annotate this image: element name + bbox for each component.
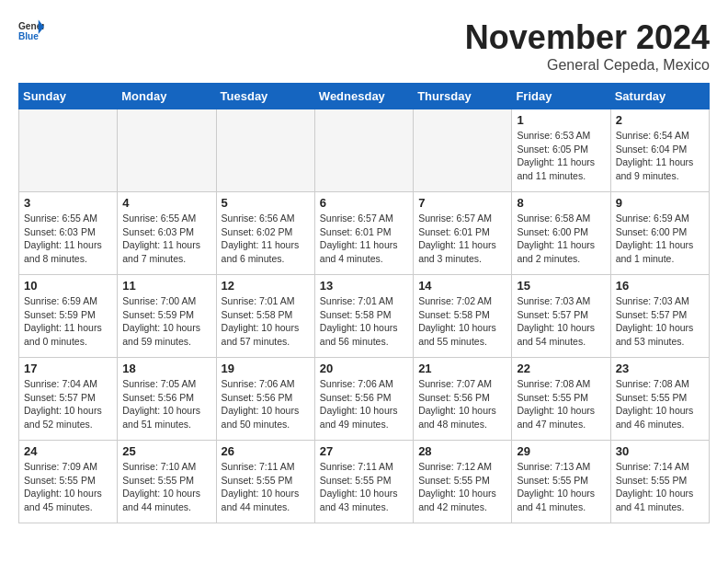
calendar-cell: 25Sunrise: 7:10 AM Sunset: 5:55 PM Dayli… (118, 441, 216, 523)
calendar-cell: 22Sunrise: 7:08 AM Sunset: 5:55 PM Dayli… (512, 358, 610, 441)
day-number: 15 (517, 279, 605, 293)
calendar-cell: 10Sunrise: 6:59 AM Sunset: 5:59 PM Dayli… (19, 275, 118, 358)
day-number: 21 (418, 362, 506, 375)
calendar-cell: 2Sunrise: 6:54 AM Sunset: 6:04 PM Daylig… (610, 109, 709, 192)
day-number: 2 (616, 113, 704, 127)
day-info: Sunrise: 7:06 AM Sunset: 5:56 PM Dayligh… (320, 377, 408, 431)
day-number: 19 (222, 362, 310, 375)
calendar-table: SundayMondayTuesdayWednesdayThursdayFrid… (18, 83, 710, 523)
calendar-cell: 26Sunrise: 7:11 AM Sunset: 5:55 PM Dayli… (216, 441, 314, 523)
calendar-cell (118, 109, 216, 192)
calendar-cell: 21Sunrise: 7:07 AM Sunset: 5:56 PM Dayli… (414, 358, 512, 441)
day-info: Sunrise: 6:53 AM Sunset: 6:05 PM Dayligh… (517, 129, 605, 183)
day-number: 6 (320, 196, 408, 210)
calendar-cell: 29Sunrise: 7:13 AM Sunset: 5:55 PM Dayli… (512, 441, 610, 523)
calendar-cell: 20Sunrise: 7:06 AM Sunset: 5:56 PM Dayli… (314, 358, 413, 441)
day-info: Sunrise: 7:11 AM Sunset: 5:55 PM Dayligh… (222, 460, 310, 514)
calendar-cell: 6Sunrise: 6:57 AM Sunset: 6:01 PM Daylig… (314, 192, 413, 275)
day-info: Sunrise: 7:03 AM Sunset: 5:57 PM Dayligh… (517, 294, 605, 349)
day-info: Sunrise: 7:08 AM Sunset: 5:55 PM Dayligh… (517, 377, 605, 431)
day-info: Sunrise: 7:12 AM Sunset: 5:55 PM Dayligh… (418, 460, 506, 514)
calendar-cell (314, 109, 413, 192)
day-number: 8 (517, 196, 605, 210)
calendar-title: November 2024 (465, 18, 710, 57)
calendar-cell: 5Sunrise: 6:56 AM Sunset: 6:02 PM Daylig… (216, 192, 314, 275)
calendar-cell: 23Sunrise: 7:08 AM Sunset: 5:55 PM Dayli… (610, 358, 709, 441)
day-number: 12 (222, 279, 310, 293)
day-info: Sunrise: 6:59 AM Sunset: 6:00 PM Dayligh… (616, 212, 704, 266)
logo-icon: General Blue (18, 18, 44, 44)
calendar-cell: 11Sunrise: 7:00 AM Sunset: 5:59 PM Dayli… (118, 275, 216, 358)
day-number: 27 (320, 444, 408, 458)
day-info: Sunrise: 6:54 AM Sunset: 6:04 PM Dayligh… (616, 129, 704, 183)
calendar-cell: 1Sunrise: 6:53 AM Sunset: 6:05 PM Daylig… (512, 109, 610, 192)
day-info: Sunrise: 7:08 AM Sunset: 5:55 PM Dayligh… (616, 377, 704, 431)
title-area: November 2024 General Cepeda, Mexico (465, 18, 710, 74)
weekday-header-wednesday: Wednesday (314, 84, 413, 109)
day-number: 30 (616, 444, 704, 458)
calendar-cell: 7Sunrise: 6:57 AM Sunset: 6:01 PM Daylig… (414, 192, 512, 275)
calendar-cell: 18Sunrise: 7:05 AM Sunset: 5:56 PM Dayli… (118, 358, 216, 441)
day-info: Sunrise: 6:55 AM Sunset: 6:03 PM Dayligh… (122, 212, 210, 266)
calendar-cell: 28Sunrise: 7:12 AM Sunset: 5:55 PM Dayli… (414, 441, 512, 523)
day-info: Sunrise: 7:01 AM Sunset: 5:58 PM Dayligh… (320, 294, 408, 349)
weekday-header-row: SundayMondayTuesdayWednesdayThursdayFrid… (19, 84, 710, 109)
day-info: Sunrise: 6:59 AM Sunset: 5:59 PM Dayligh… (24, 294, 112, 349)
calendar-week-row: 3Sunrise: 6:55 AM Sunset: 6:03 PM Daylig… (19, 192, 710, 275)
svg-text:Blue: Blue (18, 31, 39, 41)
day-number: 10 (24, 279, 112, 293)
day-number: 18 (122, 362, 210, 375)
calendar-cell: 13Sunrise: 7:01 AM Sunset: 5:58 PM Dayli… (314, 275, 413, 358)
calendar-cell (216, 109, 314, 192)
day-info: Sunrise: 7:11 AM Sunset: 5:55 PM Dayligh… (320, 460, 408, 514)
day-number: 26 (222, 444, 310, 458)
calendar-cell: 17Sunrise: 7:04 AM Sunset: 5:57 PM Dayli… (19, 358, 118, 441)
day-info: Sunrise: 6:56 AM Sunset: 6:02 PM Dayligh… (222, 212, 310, 266)
day-number: 22 (517, 362, 605, 375)
day-info: Sunrise: 7:01 AM Sunset: 5:58 PM Dayligh… (222, 294, 310, 349)
day-info: Sunrise: 7:05 AM Sunset: 5:56 PM Dayligh… (122, 377, 210, 431)
weekday-header-monday: Monday (118, 84, 216, 109)
day-number: 16 (616, 279, 704, 293)
weekday-header-thursday: Thursday (414, 84, 512, 109)
day-number: 4 (122, 196, 210, 210)
calendar-week-row: 1Sunrise: 6:53 AM Sunset: 6:05 PM Daylig… (19, 109, 710, 192)
day-number: 29 (517, 444, 605, 458)
calendar-cell: 24Sunrise: 7:09 AM Sunset: 5:55 PM Dayli… (19, 441, 118, 523)
day-info: Sunrise: 7:10 AM Sunset: 5:55 PM Dayligh… (122, 460, 210, 514)
calendar-cell (19, 109, 118, 192)
day-number: 14 (418, 279, 506, 293)
calendar-cell: 19Sunrise: 7:06 AM Sunset: 5:56 PM Dayli… (216, 358, 314, 441)
calendar-cell: 14Sunrise: 7:02 AM Sunset: 5:58 PM Dayli… (414, 275, 512, 358)
day-number: 28 (418, 444, 506, 458)
day-info: Sunrise: 7:02 AM Sunset: 5:58 PM Dayligh… (418, 294, 506, 349)
day-number: 25 (122, 444, 210, 458)
day-info: Sunrise: 7:03 AM Sunset: 5:57 PM Dayligh… (616, 294, 704, 349)
day-info: Sunrise: 6:57 AM Sunset: 6:01 PM Dayligh… (418, 212, 506, 266)
calendar-cell: 9Sunrise: 6:59 AM Sunset: 6:00 PM Daylig… (610, 192, 709, 275)
day-info: Sunrise: 7:13 AM Sunset: 5:55 PM Dayligh… (517, 460, 605, 514)
day-number: 5 (222, 196, 310, 210)
day-number: 9 (616, 196, 704, 210)
calendar-week-row: 10Sunrise: 6:59 AM Sunset: 5:59 PM Dayli… (19, 275, 710, 358)
calendar-week-row: 24Sunrise: 7:09 AM Sunset: 5:55 PM Dayli… (19, 441, 710, 523)
day-info: Sunrise: 7:00 AM Sunset: 5:59 PM Dayligh… (122, 294, 210, 349)
calendar-cell: 16Sunrise: 7:03 AM Sunset: 5:57 PM Dayli… (610, 275, 709, 358)
day-info: Sunrise: 6:55 AM Sunset: 6:03 PM Dayligh… (24, 212, 112, 266)
calendar-cell: 4Sunrise: 6:55 AM Sunset: 6:03 PM Daylig… (118, 192, 216, 275)
calendar-cell: 30Sunrise: 7:14 AM Sunset: 5:55 PM Dayli… (610, 441, 709, 523)
day-info: Sunrise: 7:14 AM Sunset: 5:55 PM Dayligh… (616, 460, 704, 514)
day-number: 1 (517, 113, 605, 127)
day-info: Sunrise: 7:07 AM Sunset: 5:56 PM Dayligh… (418, 377, 506, 431)
calendar-cell: 12Sunrise: 7:01 AM Sunset: 5:58 PM Dayli… (216, 275, 314, 358)
day-info: Sunrise: 6:57 AM Sunset: 6:01 PM Dayligh… (320, 212, 408, 266)
weekday-header-friday: Friday (512, 84, 610, 109)
day-number: 24 (24, 444, 112, 458)
calendar-week-row: 17Sunrise: 7:04 AM Sunset: 5:57 PM Dayli… (19, 358, 710, 441)
weekday-header-sunday: Sunday (19, 84, 118, 109)
day-info: Sunrise: 7:04 AM Sunset: 5:57 PM Dayligh… (24, 377, 112, 431)
weekday-header-tuesday: Tuesday (216, 84, 314, 109)
day-number: 23 (616, 362, 704, 375)
calendar-cell: 3Sunrise: 6:55 AM Sunset: 6:03 PM Daylig… (19, 192, 118, 275)
logo: General Blue (18, 18, 44, 44)
